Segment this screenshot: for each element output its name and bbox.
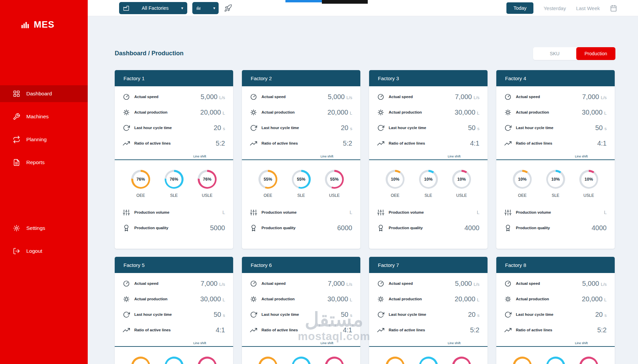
date-range-group: Today Yesterday Last Week	[506, 0, 617, 16]
production-quality-value: 6000	[337, 224, 353, 232]
actual-speed-unit: L/s	[346, 282, 352, 287]
actual-production-value: 20,000	[200, 109, 221, 116]
sidebar-item-reports[interactable]: Reports	[0, 154, 88, 171]
rocket-icon	[224, 4, 232, 12]
stat-label: Actual production	[134, 110, 167, 114]
tab-last-week[interactable]: Last Week	[576, 5, 600, 11]
factory-card-body: Actual speed 5,000 L/s Actual production…	[242, 86, 360, 236]
sidebar-item-logout[interactable]: Logout	[0, 243, 88, 260]
oee-donut-chart: 10%	[513, 170, 532, 189]
actual-production-unit: L	[350, 297, 352, 302]
usle-kpi: USLE	[450, 357, 473, 364]
kpi-donut-row: 10% OEE 10% SLE 10% USLE	[377, 170, 479, 198]
stat-label: Last hour cycle time	[261, 312, 299, 316]
stat-value: 20 s	[595, 311, 607, 318]
actual-production-value: 20,000	[455, 295, 475, 303]
oee-label: OEE	[130, 193, 152, 198]
sidebar-menu-secondary: Settings Logout	[0, 220, 88, 266]
factory-card: Factory 5 Actual speed 7,000 L/s Actual …	[115, 257, 233, 364]
view-toggle: SKU Production	[533, 47, 615, 60]
sidebar-menu: Dashboard Machines Planning Reports	[0, 85, 88, 177]
oee-percentage: 10%	[518, 177, 526, 182]
cycle-refresh-icon	[123, 311, 130, 318]
tab-yesterday[interactable]: Yesterday	[544, 5, 566, 11]
stat-value: 5:2	[597, 326, 607, 334]
stat-value: L	[604, 210, 607, 215]
actual-speed-unit: L/s	[219, 282, 225, 287]
sle-donut-chart	[292, 357, 311, 364]
stat-ratio-active-lines: Ratio of active lines 4:1	[250, 322, 352, 338]
stat-value: 7,000 L/s	[582, 93, 607, 101]
ratio-value: 5:2	[343, 140, 352, 147]
actual-speed-value: 7,000	[328, 280, 345, 287]
sidebar: MES Dashboard Machines Planning Reports	[0, 0, 88, 364]
sidebar-item-machines[interactable]: Machines	[0, 108, 88, 125]
usle-kpi: USLE	[323, 357, 345, 364]
stat-actual-speed: Actual speed 7,000 L/s	[504, 89, 607, 104]
cycle-refresh-icon	[250, 124, 257, 131]
stat-value: 20 s	[214, 124, 225, 132]
cycle-refresh-icon	[504, 124, 511, 131]
speed-gauge-icon	[123, 280, 130, 287]
toggle-sku-button[interactable]: SKU	[533, 47, 576, 60]
usle-label: USLE	[578, 193, 600, 198]
sidebar-item-planning[interactable]: Planning	[0, 131, 88, 148]
actual-production-unit: L	[604, 297, 607, 302]
tab-today[interactable]: Today	[506, 2, 533, 14]
cycle-refresh-icon	[504, 311, 511, 318]
production-volume-value: L	[350, 210, 352, 215]
sidebar-item-dashboard[interactable]: Dashboard	[0, 85, 88, 102]
divider-line	[496, 346, 615, 347]
stat-actual-production: Actual production 20,000 L	[250, 104, 352, 120]
factory-name: Factory 1	[123, 75, 145, 81]
calendar-button[interactable]	[610, 5, 617, 12]
logout-icon	[13, 247, 20, 255]
cycle-time-value: 20	[595, 311, 603, 318]
stat-label: Ratio of active lines	[389, 328, 425, 332]
production-volume-value: L	[477, 210, 479, 215]
factory-name: Factory 6	[251, 262, 272, 268]
sidebar-item-settings[interactable]: Settings	[0, 220, 88, 237]
sidebar-item-label: Machines	[26, 114, 49, 120]
sliders-icon	[123, 209, 130, 216]
kpi-donut-row: OEE SLE USLE	[377, 357, 479, 364]
stat-ratio-active-lines: Ratio of active lines 4:1	[377, 135, 479, 151]
stat-actual-speed: Actual speed 7,000 L/s	[123, 276, 225, 291]
ratio-value: 4:1	[216, 326, 225, 334]
cycle-time-value: 20	[468, 311, 475, 318]
usle-percentage: 55%	[330, 177, 338, 182]
actual-production-unit: L	[477, 111, 479, 116]
cards-grid: Factory 1 Actual speed 5,000 L/s Actual …	[115, 70, 615, 364]
oee-kpi: 10% OEE	[511, 170, 533, 198]
rocket-button[interactable]	[224, 4, 233, 12]
stat-label: Production volume	[516, 210, 551, 214]
cycle-refresh-icon	[250, 311, 257, 318]
stat-value: 5000	[210, 224, 225, 232]
stat-production-quality: Production quality 5000	[123, 220, 225, 236]
production-quality-value: 5000	[210, 224, 225, 232]
line-shift-label: Line shift	[575, 341, 588, 345]
stat-label: Actual speed	[389, 281, 413, 285]
sle-label: SLE	[163, 193, 185, 198]
stat-value: 50 s	[468, 124, 479, 132]
toggle-production-button[interactable]: Production	[576, 47, 615, 60]
factory-filter-dropdown[interactable]: All Factories ▾	[119, 2, 187, 14]
sliders-icon	[504, 209, 511, 216]
stat-value: 5:2	[470, 326, 479, 334]
stat-label: Actual production	[389, 110, 422, 114]
sle-kpi: 76% SLE	[163, 170, 185, 198]
usle-donut-chart: 55%	[325, 170, 344, 189]
kpi-donut-row: 76% OEE 76% SLE 76% USLE	[123, 170, 225, 198]
factory-filter-label: All Factories	[142, 5, 169, 11]
actual-production-value: 30,000	[455, 109, 475, 116]
factory-name: Factory 2	[251, 75, 272, 81]
metric-select-dropdown[interactable]: ▾	[192, 2, 219, 14]
usle-donut-chart: 76%	[198, 170, 217, 189]
actual-production-unit: L	[223, 297, 225, 302]
sle-kpi: 10% SLE	[417, 170, 440, 198]
factory-card-header: Factory 8	[496, 257, 615, 273]
stat-cycle-time: Last hour cycle time 20 s	[377, 307, 479, 322]
oee-kpi: 76% OEE	[130, 170, 152, 198]
stat-value: 4000	[592, 224, 607, 232]
bottom-rows: Production volume L Production quality 5…	[123, 205, 225, 236]
